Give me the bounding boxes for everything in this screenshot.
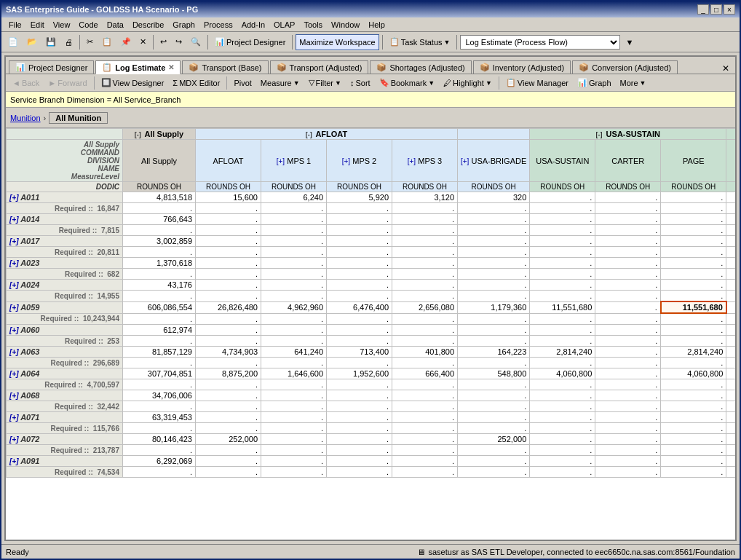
- undo-button[interactable]: ↩: [156, 34, 170, 50]
- data-cell: .: [661, 280, 726, 291]
- row-expand-icon[interactable]: [+]: [9, 237, 19, 245]
- maximize-button[interactable]: □: [710, 4, 722, 15]
- menu-process[interactable]: Process: [199, 19, 237, 31]
- highlight-button[interactable]: 🖊 Highlight ▼: [440, 77, 496, 89]
- row-expand-icon[interactable]: [+]: [9, 348, 19, 356]
- data-cell-req: .: [595, 401, 661, 412]
- table-row: [+] A0114,813,51815,6006,2405,9203,12032…: [7, 192, 736, 203]
- table-row: [+] A06381,857,1294,734,903641,240713,40…: [7, 347, 736, 358]
- menu-help[interactable]: Help: [364, 19, 389, 31]
- forward-button[interactable]: ► Forward: [44, 77, 90, 89]
- row-expand-icon[interactable]: [+]: [9, 392, 19, 400]
- row-expand-icon[interactable]: [+]: [9, 194, 19, 202]
- all-supply-collapse-icon[interactable]: [-]: [135, 131, 141, 138]
- data-cell-req: .: [726, 247, 735, 258]
- data-cell-req: .: [261, 423, 327, 434]
- tab-inventory-adjusted[interactable]: 📦 Inventory (Adjusted): [473, 60, 571, 74]
- data-cell-req: .: [726, 467, 735, 478]
- project-designer-button[interactable]: 📊 Project Designer: [211, 34, 289, 50]
- task-status-button[interactable]: 📋 Task Status ▼: [386, 34, 454, 50]
- menu-graph[interactable]: Graph: [168, 19, 199, 31]
- menu-window[interactable]: Window: [327, 19, 364, 31]
- breadcrumb-link[interactable]: Munition: [10, 114, 41, 122]
- tab-shortages-adjusted[interactable]: 📦 Shortages (Adjusted): [370, 60, 471, 74]
- menu-olap[interactable]: OLAP: [269, 19, 299, 31]
- menu-data[interactable]: Data: [103, 19, 128, 31]
- row-dodic-cell: [+] A068: [7, 390, 123, 401]
- data-cell-req: .: [530, 423, 595, 434]
- tab-transport-base[interactable]: 📦 Transport (Base): [182, 60, 268, 74]
- menu-describe[interactable]: Describe: [128, 19, 168, 31]
- bookmark-button[interactable]: 🔖 Bookmark ▼: [376, 76, 438, 89]
- maximize-workspace-button[interactable]: Maximize Workspace: [296, 34, 379, 50]
- print-button[interactable]: 🖨: [61, 34, 76, 50]
- row-dodic-cell: [+] A071: [7, 412, 123, 423]
- sep6: [456, 35, 457, 50]
- paste-button[interactable]: 📌: [117, 34, 135, 50]
- menu-addin[interactable]: Add-In: [237, 19, 269, 31]
- brigade-expand[interactable]: [+]: [461, 157, 469, 165]
- tab-conversion-adjusted[interactable]: 📦 Conversion (Adjusted): [572, 60, 678, 74]
- graph-button[interactable]: 📊 Graph: [574, 76, 615, 89]
- breadcrumb-separator: ›: [44, 114, 47, 122]
- data-cell-req: .: [327, 336, 392, 347]
- process-flow-dropdown[interactable]: ▼: [622, 34, 637, 50]
- row-expand-icon[interactable]: [+]: [9, 370, 19, 378]
- olap-tbody: [+] A0114,813,51815,6006,2405,9203,12032…: [7, 192, 736, 478]
- mps1-expand[interactable]: [+]: [277, 157, 285, 165]
- breadcrumb-bar: Munition › All Munition: [6, 108, 735, 128]
- menu-view[interactable]: View: [49, 19, 75, 31]
- sort-button[interactable]: ↕ Sort: [346, 77, 374, 89]
- table-row: [+] A014766,643.........: [7, 214, 736, 225]
- filter-button[interactable]: ▽ Filter ▼: [305, 76, 345, 89]
- row-expand-icon[interactable]: [+]: [9, 281, 19, 289]
- data-cell-req: .: [458, 379, 530, 390]
- copy-button[interactable]: 📋: [98, 34, 116, 50]
- process-flow-select[interactable]: Log Estimate (Process Flow): [460, 35, 620, 50]
- mps3-expand[interactable]: [+]: [408, 157, 416, 165]
- tab-log-estimate-close[interactable]: ✕: [168, 63, 174, 71]
- more-button[interactable]: More ▼: [617, 77, 650, 89]
- tab-project-designer[interactable]: 📊 Project Designer: [9, 60, 94, 74]
- close-button[interactable]: ×: [724, 4, 735, 15]
- olap-container[interactable]: [-] All Supply [-] AFLOAT [-]: [6, 128, 735, 540]
- row-expand-icon[interactable]: [+]: [9, 457, 19, 465]
- mps2-expand[interactable]: [+]: [342, 157, 350, 165]
- bookmark-dropdown-icon: ▼: [428, 79, 435, 87]
- view-designer-button[interactable]: 🔲 View Designer: [98, 76, 168, 89]
- delete-button[interactable]: ✕: [136, 34, 150, 50]
- data-cell-req: .: [458, 247, 530, 258]
- save-button[interactable]: 💾: [42, 34, 60, 50]
- new-button[interactable]: 📄: [4, 34, 22, 50]
- menu-edit[interactable]: Edit: [26, 19, 49, 31]
- sustain-collapse-icon[interactable]: [-]: [596, 131, 603, 138]
- row-expand-icon[interactable]: [+]: [9, 435, 19, 443]
- data-cell-req: .: [661, 336, 726, 347]
- row-expand-icon[interactable]: [+]: [9, 414, 19, 422]
- tab-close-all[interactable]: ✕: [719, 63, 732, 74]
- search-button[interactable]: 🔍: [187, 34, 205, 50]
- mdx-editor-button[interactable]: Σ MDX Editor: [169, 77, 223, 89]
- open-button[interactable]: 📂: [23, 34, 41, 50]
- row-expand-icon[interactable]: [+]: [9, 326, 19, 334]
- data-cell: 2,814,240: [530, 347, 595, 358]
- menu-tools[interactable]: Tools: [299, 19, 327, 31]
- row-expand-icon[interactable]: [+]: [9, 216, 19, 224]
- data-cell: .: [726, 368, 735, 379]
- tab-log-estimate[interactable]: 📋 Log Estimate ✕: [95, 60, 181, 74]
- measure-button[interactable]: Measure ▼: [257, 77, 304, 89]
- view-manager-button[interactable]: 📋 View Manager: [502, 76, 572, 89]
- menu-file[interactable]: File: [4, 19, 26, 31]
- menu-code[interactable]: Code: [74, 19, 102, 31]
- minimize-button[interactable]: _: [697, 4, 709, 15]
- back-button[interactable]: ◄ Back: [9, 77, 43, 89]
- row-expand-icon[interactable]: [+]: [9, 259, 19, 267]
- redo-button[interactable]: ↪: [172, 34, 186, 50]
- col-page: PAGE: [661, 140, 726, 182]
- cut-button[interactable]: ✂: [83, 34, 97, 50]
- afloat-collapse-icon[interactable]: [-]: [306, 131, 312, 138]
- pivot-button[interactable]: Pivot: [230, 77, 255, 89]
- row-expand-icon[interactable]: [+]: [9, 304, 19, 312]
- data-cell: 6,240: [261, 192, 327, 203]
- tab-transport-adjusted[interactable]: 📦 Transport (Adjusted): [270, 60, 369, 74]
